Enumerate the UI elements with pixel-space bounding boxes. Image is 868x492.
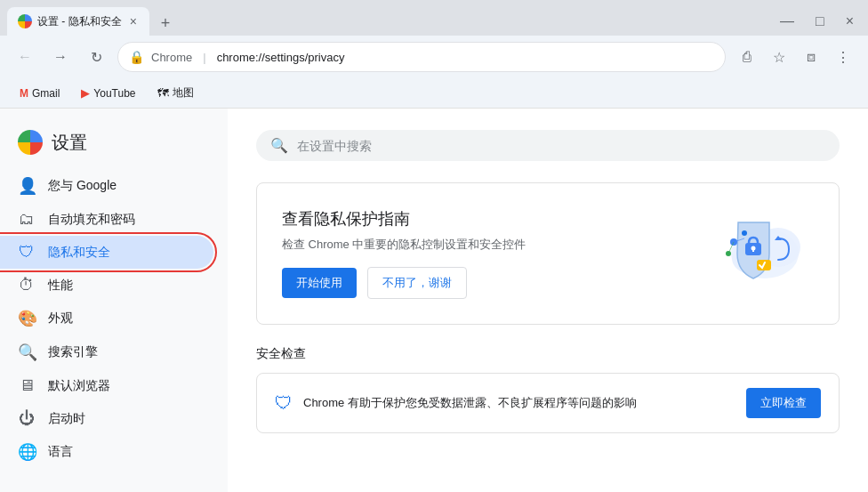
sidebar-item-autofill-label: 自动填充和密码 xyxy=(48,212,135,228)
menu-button[interactable]: ⋮ xyxy=(829,43,857,71)
bookmark-youtube-label: YouTube xyxy=(93,87,135,100)
url-separator: | xyxy=(203,51,205,64)
promo-actions: 开始使用 不用了，谢谢 xyxy=(282,267,675,299)
sidebar-item-appearance[interactable]: 🎨 外观 xyxy=(0,302,213,335)
search-bar: 🔍 xyxy=(256,130,840,161)
safety-card-text: Chrome 有助于保护您免受数据泄露、不良扩展程序等问题的影响 xyxy=(303,395,735,411)
promo-illustration xyxy=(689,205,814,302)
extensions-button[interactable]: ⧈ xyxy=(797,43,825,71)
svg-point-8 xyxy=(742,230,747,236)
close-window-button[interactable]: × xyxy=(839,10,861,33)
content-area: 设置 👤 您与 Google 🗂 自动填充和密码 🛡 隐私和安全 ⏱ 性能 🎨 … xyxy=(0,109,868,492)
sidebar: 设置 👤 您与 Google 🗂 自动填充和密码 🛡 隐私和安全 ⏱ 性能 🎨 … xyxy=(0,109,228,492)
performance-icon: ⏱ xyxy=(18,276,36,294)
browser-icon: 🖥 xyxy=(18,376,36,395)
bookmark-button[interactable]: ☆ xyxy=(765,43,793,71)
forward-button[interactable]: → xyxy=(46,43,75,71)
back-button[interactable]: ← xyxy=(11,43,39,71)
youtube-icon: ▶ xyxy=(81,86,90,100)
dismiss-button[interactable]: 不用了，谢谢 xyxy=(367,267,467,299)
promo-card: 查看隐私保护指南 检查 Chrome 中重要的隐私控制设置和安全控件 开始使用 … xyxy=(256,182,840,325)
gmail-icon: M xyxy=(20,87,28,100)
active-tab[interactable]: 设置 - 隐私和安全 × xyxy=(7,7,149,36)
safety-shield-icon: 🛡 xyxy=(275,393,293,414)
safety-section-title: 安全检查 xyxy=(256,346,840,362)
maps-icon: 🗺 xyxy=(157,86,169,100)
search-icon: 🔍 xyxy=(270,137,288,154)
bookmarks-bar: M Gmail ▶ YouTube 🗺 地图 xyxy=(0,78,868,109)
startup-icon: ⏻ xyxy=(18,409,36,428)
promo-title: 查看隐私保护指南 xyxy=(282,208,675,230)
maximize-button[interactable]: □ xyxy=(808,10,832,33)
sidebar-item-language-label: 语言 xyxy=(48,444,73,460)
bookmark-gmail[interactable]: M Gmail xyxy=(14,85,65,101)
tab-bar: 设置 - 隐私和安全 × + xyxy=(7,7,766,36)
nav-actions: ⎙ ☆ ⧈ ⋮ xyxy=(733,43,857,71)
start-button[interactable]: 开始使用 xyxy=(282,268,357,298)
new-tab-button[interactable]: + xyxy=(153,11,178,36)
sidebar-item-appearance-label: 外观 xyxy=(48,311,73,327)
safety-card: 🛡 Chrome 有助于保护您免受数据泄露、不良扩展程序等问题的影响 立即检查 xyxy=(256,373,840,433)
chrome-logo xyxy=(18,130,43,155)
check-now-button[interactable]: 立即检查 xyxy=(746,388,821,418)
sidebar-item-performance[interactable]: ⏱ 性能 xyxy=(0,269,213,302)
svg-rect-5 xyxy=(752,248,754,252)
search-input[interactable] xyxy=(297,139,825,153)
bookmark-gmail-label: Gmail xyxy=(32,87,60,100)
appearance-icon: 🎨 xyxy=(18,309,36,328)
sidebar-item-privacy-label: 隐私和安全 xyxy=(48,245,110,261)
sidebar-item-browser-label: 默认浏览器 xyxy=(48,378,110,394)
nav-bar: ← → ↻ 🔒 Chrome | chrome://settings/priva… xyxy=(0,36,868,78)
minimize-button[interactable]: — xyxy=(773,10,801,33)
chrome-label: Chrome xyxy=(151,51,192,64)
sidebar-item-google-label: 您与 Google xyxy=(48,178,117,194)
shield-icon: 🛡 xyxy=(18,243,36,262)
search-icon: 🔍 xyxy=(18,343,36,362)
sidebar-item-google[interactable]: 👤 您与 Google xyxy=(0,169,213,203)
sidebar-item-search-label: 搜索引擎 xyxy=(48,344,98,360)
promo-description: 检查 Chrome 中重要的隐私控制设置和安全控件 xyxy=(282,237,675,253)
sidebar-header: 设置 xyxy=(0,123,228,169)
autofill-icon: 🗂 xyxy=(18,210,36,229)
tab-title: 设置 - 隐私和安全 xyxy=(37,14,123,29)
bookmark-maps[interactable]: 🗺 地图 xyxy=(152,84,199,102)
tab-favicon xyxy=(18,14,32,28)
tab-close-button[interactable]: × xyxy=(128,14,139,28)
bookmark-maps-label: 地图 xyxy=(173,85,194,101)
person-icon: 👤 xyxy=(18,176,36,196)
lock-icon: 🔒 xyxy=(129,50,144,64)
sidebar-item-startup-label: 启动时 xyxy=(48,411,85,427)
sidebar-item-autofill[interactable]: 🗂 自动填充和密码 xyxy=(0,203,213,236)
sidebar-item-startup[interactable]: ⏻ 启动时 xyxy=(0,402,213,435)
promo-content: 查看隐私保护指南 检查 Chrome 中重要的隐私控制设置和安全控件 开始使用 … xyxy=(282,208,675,299)
bookmark-youtube[interactable]: ▶ YouTube xyxy=(76,85,141,101)
address-bar[interactable]: 🔒 Chrome | chrome://settings/privacy xyxy=(117,42,726,72)
browser-frame: 设置 - 隐私和安全 × + — □ × ← → ↻ 🔒 Chrome | ch… xyxy=(0,0,868,492)
window-controls: — □ × xyxy=(773,10,861,33)
sidebar-item-privacy[interactable]: 🛡 隐私和安全 xyxy=(0,236,213,269)
sidebar-item-language[interactable]: 🌐 语言 xyxy=(0,435,213,469)
refresh-button[interactable]: ↻ xyxy=(82,43,110,71)
title-bar: 设置 - 隐私和安全 × + — □ × xyxy=(0,0,868,36)
main-panel: 🔍 查看隐私保护指南 检查 Chrome 中重要的隐私控制设置和安全控件 开始使… xyxy=(228,109,868,492)
url-text: chrome://settings/privacy xyxy=(217,51,714,64)
sidebar-title: 设置 xyxy=(52,131,87,155)
sidebar-item-default-browser[interactable]: 🖥 默认浏览器 xyxy=(0,369,213,402)
language-icon: 🌐 xyxy=(18,442,36,462)
share-button[interactable]: ⎙ xyxy=(733,43,761,71)
sidebar-item-performance-label: 性能 xyxy=(48,278,73,294)
sidebar-item-search[interactable]: 🔍 搜索引擎 xyxy=(0,335,213,369)
